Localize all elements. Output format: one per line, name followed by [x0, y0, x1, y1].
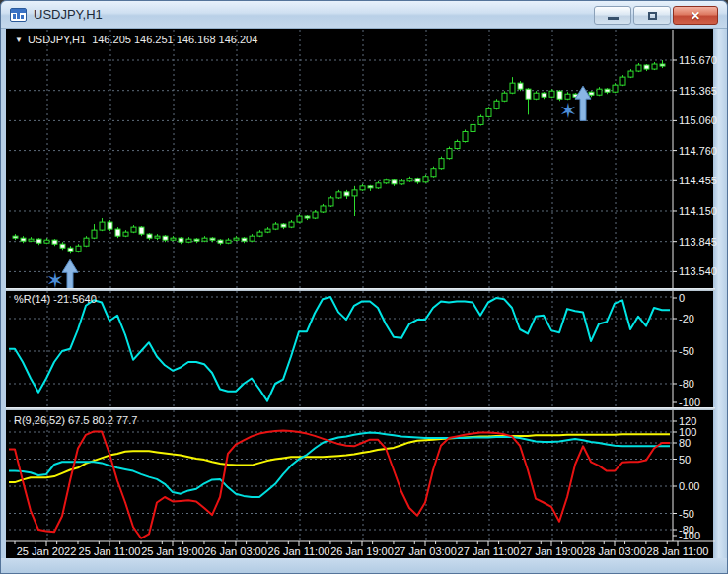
r-indicator-header: R(9,26,52) 67.5 80.2 77.7	[14, 414, 137, 426]
restore-button[interactable]	[633, 6, 671, 25]
percent-r-header: %R(14) -21.5640	[14, 293, 97, 305]
window-frame-right	[713, 29, 727, 574]
window-title: USDJPY,H1	[34, 7, 103, 22]
chart-canvas[interactable]	[6, 29, 715, 560]
price-panel-header: ▼USDJPY,H1 146.205 146.251 146.168 146.2…	[15, 34, 257, 45]
chart-window-icon	[10, 8, 27, 22]
title-bar[interactable]: USDJPY,H1 ✕	[1, 1, 727, 29]
panel-divider-2[interactable]	[6, 407, 715, 410]
chart-window: USDJPY,H1 ✕ ▼USDJPY,H1 146.205 146.251 1…	[0, 0, 728, 574]
close-button[interactable]: ✕	[673, 6, 718, 25]
minimize-button[interactable]	[594, 6, 631, 25]
window-frame-bottom	[1, 558, 727, 573]
symbol-dropdown-icon: ▼	[15, 36, 23, 44]
close-icon: ✕	[691, 10, 700, 22]
restore-icon	[648, 12, 657, 20]
price-panel-ohlc-text: USDJPY,H1 146.205 146.251 146.168 146.20…	[28, 34, 257, 45]
minimize-icon	[608, 17, 619, 20]
panel-divider-1[interactable]	[6, 288, 715, 291]
